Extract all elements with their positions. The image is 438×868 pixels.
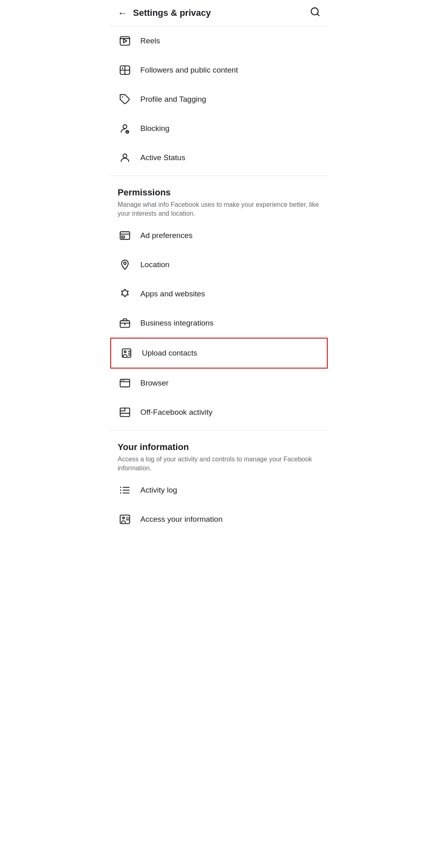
svg-rect-15 <box>122 236 125 238</box>
profile-tagging-label: Profile and Tagging <box>140 95 206 104</box>
permissions-title: Permissions <box>118 187 320 198</box>
svg-point-21 <box>124 351 126 353</box>
access-your-information-label: Access your information <box>140 515 223 524</box>
svg-point-16 <box>124 262 126 264</box>
blocking-icon <box>118 121 132 136</box>
svg-line-1 <box>317 14 319 16</box>
reels-icon <box>118 34 132 48</box>
browser-label: Browser <box>140 379 169 388</box>
off-facebook-icon <box>118 405 132 420</box>
activity-log-label: Activity log <box>140 486 177 495</box>
menu-item-ad-preferences[interactable]: Ad preferences <box>110 221 328 250</box>
menu-item-off-facebook[interactable]: Off-Facebook activity <box>110 398 328 427</box>
upload-contacts-icon <box>119 346 134 360</box>
business-integrations-icon <box>118 316 132 330</box>
your-information-description: Access a log of your activity and contro… <box>118 455 320 473</box>
your-information-section-header: Your information Access a log of your ac… <box>110 434 328 476</box>
svg-rect-25 <box>120 379 129 387</box>
svg-point-9 <box>123 125 127 129</box>
browser-icon <box>118 376 132 390</box>
svg-point-39 <box>122 517 125 519</box>
active-status-label: Active Status <box>140 153 185 162</box>
menu-item-access-your-information[interactable]: Access your information <box>110 505 328 534</box>
apps-websites-icon <box>118 287 132 301</box>
access-info-icon <box>118 512 132 527</box>
app-header: ← Settings & privacy <box>110 0 328 26</box>
reels-label: Reels <box>140 36 160 45</box>
upload-contacts-label: Upload contacts <box>142 349 197 358</box>
menu-item-apps-websites[interactable]: Apps and websites <box>110 279 328 309</box>
divider-your-information <box>110 430 328 431</box>
business-integrations-label: Business integrations <box>140 319 214 328</box>
menu-item-browser[interactable]: Browser <box>110 369 328 398</box>
menu-item-profile-tagging[interactable]: Profile and Tagging <box>110 85 328 114</box>
your-information-title: Your information <box>118 442 320 452</box>
svg-point-31 <box>122 415 123 416</box>
blocking-label: Blocking <box>140 124 170 133</box>
menu-item-location[interactable]: Location <box>110 250 328 279</box>
svg-point-12 <box>123 154 127 158</box>
menu-item-reels[interactable]: Reels <box>110 26 328 56</box>
activity-log-icon <box>118 483 132 497</box>
followers-label: Followers and public content <box>140 66 238 75</box>
svg-point-7 <box>122 68 123 69</box>
header-left: ← Settings & privacy <box>118 7 211 19</box>
page-title: Settings & privacy <box>133 8 211 18</box>
off-facebook-label: Off-Facebook activity <box>140 408 213 417</box>
permissions-description: Manage what info Facebook uses to make y… <box>118 200 320 219</box>
divider-permissions <box>110 176 328 176</box>
menu-item-upload-contacts[interactable]: Upload contacts <box>110 338 328 369</box>
svg-point-28 <box>124 380 125 381</box>
location-label: Location <box>140 260 170 269</box>
back-button[interactable]: ← <box>118 7 127 19</box>
menu-item-followers[interactable]: Followers and public content <box>110 56 328 85</box>
active-status-icon <box>118 150 132 165</box>
menu-item-activity-log[interactable]: Activity log <box>110 476 328 505</box>
tag-icon <box>118 92 132 107</box>
apps-websites-label: Apps and websites <box>140 289 205 298</box>
svg-rect-2 <box>120 37 129 45</box>
svg-point-27 <box>122 380 122 381</box>
menu-item-blocking[interactable]: Blocking <box>110 114 328 143</box>
ad-preferences-label: Ad preferences <box>140 231 193 240</box>
location-icon <box>118 257 132 272</box>
ad-preferences-icon <box>118 228 132 243</box>
permissions-section-header: Permissions Manage what info Facebook us… <box>110 179 328 221</box>
search-button[interactable] <box>310 6 320 19</box>
followers-icon <box>118 63 132 77</box>
menu-item-active-status[interactable]: Active Status <box>110 143 328 172</box>
menu-item-business-integrations[interactable]: Business integrations <box>110 309 328 338</box>
